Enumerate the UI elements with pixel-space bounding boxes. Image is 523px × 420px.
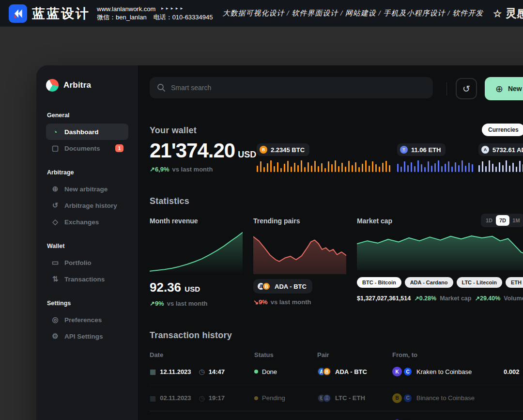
plus-circle-icon: ⊕ xyxy=(51,185,60,193)
new-arbitrage-button[interactable]: ⊕ New arbitrage xyxy=(485,77,523,100)
sidebar-item-dashboard[interactable]: ◔ Dashboard xyxy=(46,124,128,140)
ada-bars-chart xyxy=(478,160,523,172)
market-cap-card: Market cap 1D 7D 1M BTC - Bitcoin ADA - … xyxy=(357,217,523,307)
history-button[interactable]: ↺ xyxy=(456,78,477,99)
btc-icon: B xyxy=(262,282,271,291)
binance-icon: B xyxy=(392,393,402,403)
section-title-arbitrage: Arbitrage xyxy=(47,169,127,176)
sidebar-item-exchanges[interactable]: ◇ Exchanges xyxy=(46,214,128,230)
column-date: Date xyxy=(150,351,254,358)
lanlan-logo-icon xyxy=(9,4,27,23)
column-status: Status xyxy=(254,351,317,358)
sidebar-item-transactions[interactable]: ⇅ Transactions xyxy=(46,271,128,287)
section-title-general: General xyxy=(47,112,127,119)
topbar: ↺ ⊕ New arbitrage xyxy=(150,77,523,100)
search-box xyxy=(150,77,433,98)
status-dot xyxy=(254,396,258,400)
trending-pairs-chart xyxy=(253,232,346,274)
calendar-icon: ▦ xyxy=(150,368,156,375)
range-1d[interactable]: 1D xyxy=(482,215,496,226)
search-icon xyxy=(157,83,166,92)
eth-icon: Ξ xyxy=(323,394,331,403)
column-from-to: From, to xyxy=(392,351,523,358)
brand-url[interactable]: www.lanlanwork.com xyxy=(97,6,155,13)
table-header: Date Status Pair From, to xyxy=(150,351,523,358)
main-content: ↺ ⊕ New arbitrage Your wallet Currencies… xyxy=(138,65,523,420)
amount-value: 0.002 xyxy=(504,368,520,375)
btc-balance-badge: B 2.2345 BTC xyxy=(257,143,309,156)
sidebar-item-api-settings[interactable]: ⚙ API Settings xyxy=(46,328,128,344)
search-input[interactable] xyxy=(150,77,433,98)
trending-pairs-change: ↘9% xyxy=(253,298,268,306)
table-row[interactable]: ▦ 12.11.2023 ◷ 14:47 Done A B ADA - BTC xyxy=(150,358,523,385)
btc-icon: B xyxy=(323,367,331,376)
sidebar-item-new-arbitrage[interactable]: ⊕ New arbitrage xyxy=(46,181,128,197)
chip-eth-ethereum[interactable]: ETH - Ethereum xyxy=(506,277,523,288)
coinbase-icon: C xyxy=(403,393,413,403)
range-1m[interactable]: 1M xyxy=(509,215,523,226)
coinbase-icon: C xyxy=(403,367,413,376)
month-revenue-card: Month revenue 92.36 USD ↗9% vs last mont… xyxy=(150,217,243,307)
range-7d[interactable]: 7D xyxy=(496,215,509,226)
chip-ltc-litecoin[interactable]: LTC - Litecoin xyxy=(457,277,503,288)
document-icon: ▢ xyxy=(51,144,60,153)
table-row[interactable]: ▦ 02.11.2023 ◷ 19:17 Pending Ł Ξ LTC - E… xyxy=(150,385,523,411)
section-title-wallet: Wallet xyxy=(47,243,127,249)
exchange-icon: ◇ xyxy=(51,218,60,226)
section-title-settings: Settings xyxy=(47,300,127,307)
eth-bars-chart xyxy=(397,160,475,172)
wallet-amount: 21'374.20 xyxy=(150,139,235,162)
arrows-decoration: ►►►►► xyxy=(160,7,185,11)
dashboard-window: Arbitra General ◔ Dashboard ▢ Documents … xyxy=(36,65,523,420)
phone-contact: 电话：010-63334945 xyxy=(154,14,213,21)
app-logo[interactable]: Arbitra xyxy=(46,79,128,92)
transaction-history-title: Transaction history xyxy=(150,330,523,341)
wallet-icon: ▭ xyxy=(51,258,60,267)
status-label: Pending xyxy=(262,394,285,402)
sidebar-item-portfolio[interactable]: ▭ Portfolio xyxy=(46,254,128,271)
wallet-currency: USD xyxy=(238,150,256,159)
sidebar-item-documents[interactable]: ▢ Documents 1 xyxy=(46,140,128,156)
sidebar-item-preferences[interactable]: ◎ Preferences xyxy=(46,311,128,328)
wechat-contact: 微信：ben_lanlan xyxy=(97,14,147,21)
app-logo-icon xyxy=(46,79,59,92)
dashboard-icon: ◔ xyxy=(51,128,60,136)
tab-currencies[interactable]: Currencies xyxy=(482,124,523,136)
range-toggle: 1D 7D 1M xyxy=(481,214,523,227)
clock-icon: ◷ xyxy=(199,368,205,375)
market-cap-chart xyxy=(357,233,523,270)
sidebar: Arbitra General ◔ Dashboard ▢ Documents … xyxy=(36,65,138,420)
volume-change: ↗29.40% xyxy=(475,295,500,302)
wallet-assets: B 2.2345 BTC Ξ 11.06 ETH xyxy=(257,140,523,173)
ada-balance-badge: A 5732.61 ADA xyxy=(478,143,523,156)
wallet-tabs: Currencies Exchanges xyxy=(482,124,523,136)
btc-bars-chart xyxy=(257,160,393,172)
market-cap-label: Market cap xyxy=(440,295,471,302)
transfer-icon: ⇅ xyxy=(51,275,60,283)
sidebar-item-arbitrage-history[interactable]: ↺ Arbitrage history xyxy=(46,197,128,214)
trending-pair-badge[interactable]: A B ADA - BTC xyxy=(253,279,312,294)
chip-ada-cardano[interactable]: ADA - Cardano xyxy=(405,277,453,288)
market-cap-change: ↗0.28% xyxy=(414,295,436,302)
statistics-section: Statistics Month revenue 92.36 USD ↗9% v… xyxy=(150,196,523,307)
volume-label: Volume (24h) xyxy=(504,295,523,302)
btc-icon: B xyxy=(260,146,267,154)
trending-pairs-card: Trending pairs A B ADA - BTC ↘9% vs last… xyxy=(253,217,346,307)
eth-icon: Ξ xyxy=(400,146,408,154)
month-revenue-change: ↗9% xyxy=(150,300,164,307)
restore-icon: ↺ xyxy=(462,83,470,94)
chip-btc-bitcoin[interactable]: BTC - Bitcoin xyxy=(357,277,401,288)
month-revenue-value: 92.36 xyxy=(150,280,181,295)
market-cap-value: $1,327,027,361,514 xyxy=(357,295,411,302)
table-row[interactable]: ▦ 29.10.2023 ◷ 04:23 Done A B ADA - BTC xyxy=(150,411,523,420)
asset-ada: A 5732.61 ADA xyxy=(478,143,523,173)
trending-pairs-title: Trending pairs xyxy=(253,217,346,225)
kraken-icon: K xyxy=(392,367,402,376)
promo-banner: 蓝蓝设计 www.lanlanwork.com ►►►►► 微信：ben_lan… xyxy=(0,0,523,27)
inspiration-collect-link[interactable]: ☆ 灵感收集 xyxy=(493,6,523,21)
calendar-icon: ▦ xyxy=(150,394,156,402)
column-pair: Pair xyxy=(317,351,392,358)
transaction-history-section: Transaction history Date Status Pair Fro… xyxy=(150,330,523,420)
coin-filter-chips: BTC - Bitcoin ADA - Cardano LTC - Liteco… xyxy=(357,277,523,288)
plus-icon: ⊕ xyxy=(495,83,503,94)
